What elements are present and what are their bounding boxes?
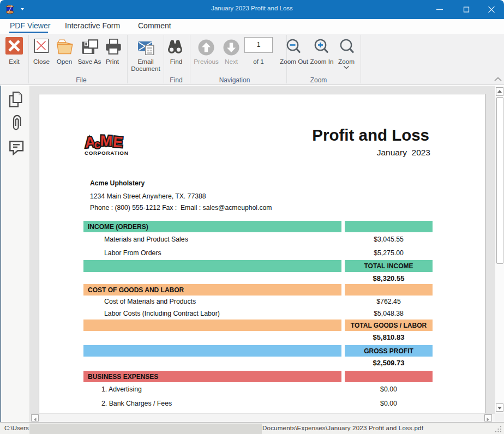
svg-text:E: E <box>112 134 124 150</box>
svg-text:M: M <box>100 133 113 149</box>
svg-text:CORPORATION: CORPORATION <box>85 150 128 156</box>
